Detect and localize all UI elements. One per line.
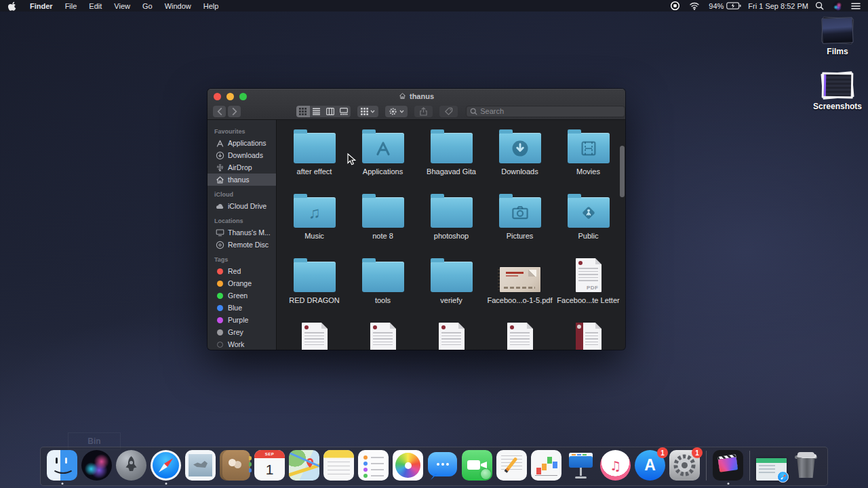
notification-center-icon[interactable] — [849, 2, 863, 10]
sidebar-section-icloud: iCloud — [208, 186, 276, 200]
file-item-partial[interactable]: PDF — [486, 316, 554, 350]
menu-bar-left: FinderFileEditViewGoWindowHelp — [24, 0, 224, 12]
dock-calendar[interactable]: SEP1 — [254, 450, 285, 481]
dock-itunes[interactable]: ♫ — [600, 450, 631, 481]
finder-window[interactable]: thanus — [208, 89, 625, 350]
file-item-partial[interactable]: PDF — [417, 316, 486, 350]
sidebar-item-red[interactable]: Red — [208, 265, 276, 277]
dock-notes[interactable] — [323, 450, 354, 481]
dock-pages[interactable] — [496, 450, 527, 481]
battery-status[interactable]: 94% — [707, 2, 743, 10]
dock-system-preferences[interactable]: 1 — [669, 450, 700, 481]
dock-messages[interactable] — [427, 450, 458, 481]
file-icon: PDF — [439, 316, 465, 350]
wifi-icon[interactable] — [687, 1, 702, 10]
desktop-icon-label: Screenshots — [813, 102, 862, 111]
dock-finder[interactable] — [47, 450, 77, 481]
gallery-view-button[interactable] — [337, 106, 351, 117]
share-button[interactable] — [414, 106, 433, 117]
sidebar-item-thanus-s-m[interactable]: Thanus's M... — [208, 226, 276, 239]
file-item-after-effect[interactable]: after effect — [280, 123, 349, 187]
file-item-photoshop[interactable]: photoshop — [417, 187, 486, 251]
file-icon: PDF — [302, 316, 328, 350]
sidebar-item-work[interactable]: Work — [208, 338, 276, 350]
desktop-icon-screenshots[interactable]: Screenshots — [811, 73, 864, 111]
screen-recording-stop-icon[interactable] — [668, 1, 682, 11]
sidebar-item-orange[interactable]: Orange — [208, 277, 276, 289]
sidebar-item-purple[interactable]: Purple — [208, 314, 276, 326]
spotlight-icon[interactable] — [813, 1, 826, 10]
file-item-public[interactable]: Public — [554, 187, 623, 251]
dock-photos[interactable] — [393, 450, 423, 481]
file-icon — [499, 187, 541, 230]
sidebar-item-thanus[interactable]: thanus — [208, 174, 276, 186]
sidebar-item-label: Thanus's M... — [228, 228, 271, 237]
back-button[interactable] — [213, 106, 226, 117]
menu-go[interactable]: Go — [136, 0, 159, 12]
desktop-icon-films[interactable]: Films — [811, 18, 864, 56]
file-item-faceboo-o-1-5-pdf[interactable]: Faceboo...o-1-5.pdf — [486, 251, 554, 316]
icon-view-button[interactable] — [296, 106, 310, 117]
dock-launchpad[interactable] — [116, 450, 146, 481]
airdrop-icon — [216, 163, 224, 172]
sidebar-item-remote-disc[interactable]: Remote Disc — [208, 239, 276, 251]
apple-menu[interactable] — [0, 1, 24, 11]
sidebar-item-downloads[interactable]: Downloads — [208, 149, 276, 161]
dock-contacts[interactable] — [220, 450, 250, 481]
dock-facetime[interactable] — [462, 450, 492, 481]
gear-icon — [389, 107, 397, 116]
dock-safari[interactable] — [151, 450, 181, 481]
dock-keynote[interactable] — [566, 450, 596, 481]
menu-window[interactable]: Window — [159, 0, 197, 12]
sidebar-item-airdrop[interactable]: AirDrop — [208, 161, 276, 174]
file-item-veriefy[interactable]: veriefy — [417, 251, 486, 316]
file-item-partial[interactable]: PDF — [554, 316, 623, 350]
dock-trash[interactable] — [791, 450, 821, 481]
dock-numbers[interactable] — [531, 450, 561, 481]
column-view-button[interactable] — [323, 106, 337, 117]
file-item-faceboo-te-letter[interactable]: PDFFaceboo...te Letter — [554, 251, 623, 316]
file-item-partial[interactable]: PDF — [349, 316, 417, 350]
file-icon: ♫ — [294, 187, 336, 230]
dock-final-cut-pro[interactable] — [713, 450, 743, 481]
sidebar-item-blue[interactable]: Blue — [208, 302, 276, 314]
forward-button[interactable] — [228, 106, 241, 117]
dock-minimized-window[interactable] — [756, 450, 787, 481]
menu-file[interactable]: File — [59, 0, 83, 12]
file-item-music[interactable]: ♫Music — [280, 187, 349, 251]
file-item-red-dragon[interactable]: RED DRAGON — [280, 251, 349, 316]
tag-button[interactable] — [439, 106, 458, 117]
dock-app-store[interactable]: 1 — [635, 450, 665, 481]
file-item-downloads[interactable]: Downloads — [486, 123, 554, 187]
menu-help[interactable]: Help — [197, 0, 225, 12]
search-input[interactable] — [480, 107, 621, 115]
file-item-note-8[interactable]: note 8 — [349, 187, 417, 251]
dock-maps[interactable] — [289, 450, 319, 481]
sidebar-item-grey[interactable]: Grey — [208, 326, 276, 338]
file-item-pictures[interactable]: Pictures — [486, 187, 554, 251]
dock-siri[interactable] — [81, 450, 112, 481]
action-menu-button[interactable] — [385, 106, 408, 117]
sidebar-item-applications[interactable]: Applications — [208, 137, 276, 149]
file-item-movies[interactable]: Movies — [554, 123, 623, 187]
menu-finder[interactable]: Finder — [24, 0, 59, 12]
list-view-button[interactable] — [310, 106, 323, 117]
scrollbar-thumb[interactable] — [620, 146, 625, 197]
menu-bar-clock[interactable]: Fri 1 Sep 8:52 PM — [748, 2, 808, 10]
siri-icon[interactable] — [831, 1, 844, 11]
file-icon: PDF — [370, 316, 396, 350]
file-item-applications[interactable]: Applications — [349, 123, 417, 187]
sidebar-item-green[interactable]: Green — [208, 289, 276, 302]
file-icon: PDF — [576, 316, 601, 350]
dock-mail[interactable] — [185, 450, 216, 481]
file-item-tools[interactable]: tools — [349, 251, 417, 316]
sidebar-item-icloud-drive[interactable]: iCloud Drive — [208, 200, 276, 212]
dock-reminders[interactable] — [358, 450, 389, 481]
file-item-partial[interactable]: PDF — [280, 316, 349, 350]
search-field[interactable] — [466, 106, 625, 117]
menu-view[interactable]: View — [108, 0, 136, 12]
file-icon — [362, 251, 404, 295]
group-by-button[interactable] — [357, 106, 378, 117]
file-item-bhagavad-gita[interactable]: Bhagavad Gita — [417, 123, 486, 187]
menu-edit[interactable]: Edit — [83, 0, 108, 12]
